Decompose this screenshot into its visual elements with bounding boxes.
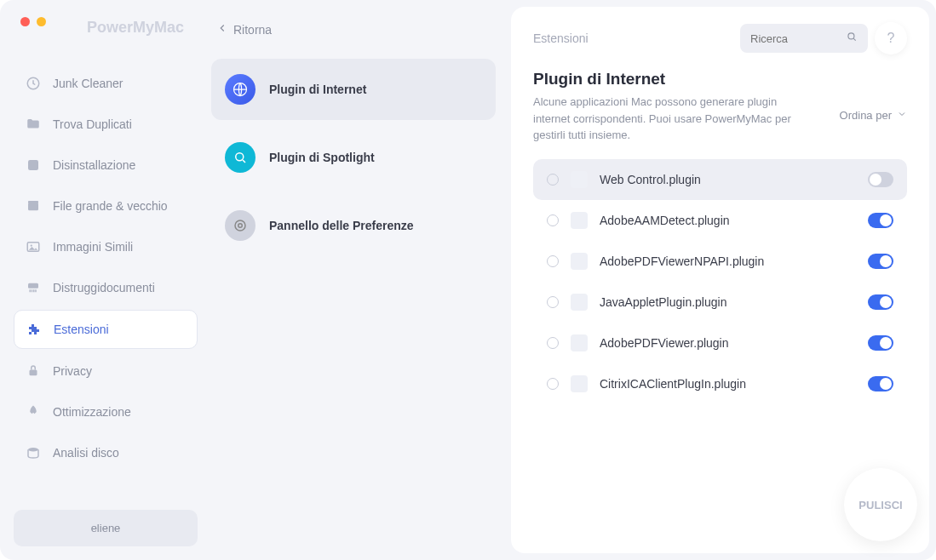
sidebar-item-privacy[interactable]: Privacy: [14, 352, 198, 390]
category-spotlight-plugins[interactable]: Plugin di Spotlight: [211, 127, 496, 188]
category-panel: Ritorna Plugin di Internet Plugin di Spo…: [211, 0, 511, 560]
shredder-icon: [26, 280, 41, 295]
enable-toggle[interactable]: [868, 172, 893, 187]
svg-point-12: [238, 224, 243, 228]
puzzle-icon: [26, 322, 42, 337]
search-icon: [846, 31, 858, 46]
sidebar-item-label: Disinstallazione: [53, 158, 135, 172]
plugin-list: Web Control.pluginAdobeAAMDetect.pluginA…: [533, 159, 907, 404]
enable-toggle[interactable]: [868, 213, 893, 228]
plugin-thumb-icon: [571, 212, 588, 229]
svg-rect-6: [28, 283, 38, 289]
plugin-row[interactable]: CitrixICAClientPlugIn.plugin: [533, 363, 907, 404]
sidebar-item-extensions[interactable]: Estensioni: [14, 310, 198, 349]
sidebar-item-disk-analysis[interactable]: Analisi disco: [14, 434, 198, 471]
category-label: Plugin di Spotlight: [269, 151, 375, 164]
sidebar-item-label: Privacy: [53, 364, 92, 378]
clean-label: PULISCI: [858, 499, 902, 511]
svg-point-11: [235, 220, 245, 231]
category-preference-panes[interactable]: Pannello delle Preferenze: [211, 195, 496, 256]
svg-rect-7: [30, 370, 37, 376]
image-icon: [26, 239, 41, 254]
title-row: Plugin di Internet Alcune applicazioni M…: [533, 70, 907, 144]
enable-toggle[interactable]: [868, 294, 893, 310]
svg-point-5: [31, 244, 32, 246]
plugin-row[interactable]: AdobePDFViewerNPAPI.plugin: [533, 241, 907, 282]
enable-toggle[interactable]: [868, 376, 893, 391]
sidebar-item-uninstall[interactable]: Disinstallazione: [14, 146, 198, 184]
minimize-window-icon[interactable]: [37, 17, 46, 26]
select-checkbox[interactable]: [547, 255, 559, 267]
plugin-name: AdobeAAMDetect.plugin: [600, 214, 856, 227]
lock-icon: [26, 363, 41, 379]
svg-rect-2: [28, 203, 38, 210]
select-checkbox[interactable]: [547, 296, 559, 308]
sidebar-nav: Junk Cleaner Trova Duplicati Disinstalla…: [14, 65, 198, 471]
sort-button[interactable]: Ordina per: [840, 109, 907, 122]
search-input[interactable]: [750, 32, 839, 45]
sidebar: Junk Cleaner Trova Duplicati Disinstalla…: [0, 0, 211, 560]
plugin-thumb-icon: [571, 253, 588, 270]
sidebar-item-label: Junk Cleaner: [53, 77, 123, 90]
plugin-name: AdobePDFViewerNPAPI.plugin: [600, 254, 856, 268]
svg-point-8: [28, 448, 38, 452]
plugin-name: AdobePDFViewer.plugin: [600, 336, 856, 350]
back-label: Ritorna: [233, 23, 272, 37]
sidebar-item-label: File grande & vecchio: [53, 199, 168, 213]
plugin-name: CitrixICAClientPlugIn.plugin: [600, 377, 856, 391]
rocket-icon: [26, 404, 41, 420]
page-title: Plugin di Internet: [533, 70, 806, 89]
page-description: Alcune applicazioni Mac possono generare…: [533, 94, 806, 144]
category-list: Plugin di Internet Plugin di Spotlight P…: [211, 59, 496, 256]
select-checkbox[interactable]: [547, 337, 559, 349]
app-window: PowerMyMac Junk Cleaner Trova Duplicati …: [0, 0, 936, 560]
main-header: Estensioni ?: [511, 7, 929, 54]
sidebar-item-similar-images[interactable]: Immagini Simili: [14, 228, 198, 266]
user-badge[interactable]: eliene: [14, 510, 198, 546]
plugin-thumb-icon: [571, 375, 588, 392]
plugin-row[interactable]: AdobePDFViewer.plugin: [533, 323, 907, 363]
globe-icon: [225, 74, 256, 105]
app-brand: PowerMyMac: [87, 19, 184, 37]
plugin-name: Web Control.plugin: [600, 173, 856, 186]
sidebar-item-duplicates[interactable]: Trova Duplicati: [14, 106, 198, 143]
sidebar-item-junk-cleaner[interactable]: Junk Cleaner: [14, 65, 198, 102]
sidebar-item-label: Distruggidocumenti: [53, 281, 155, 294]
sidebar-item-largefiles[interactable]: File grande & vecchio: [14, 187, 198, 225]
chevron-left-icon: [216, 22, 228, 37]
svg-rect-3: [28, 201, 38, 203]
select-checkbox[interactable]: [547, 174, 559, 186]
sidebar-item-shredder[interactable]: Distruggidocumenti: [14, 269, 198, 306]
svg-point-10: [236, 153, 244, 161]
folder-icon: [26, 117, 41, 132]
category-label: Plugin di Internet: [269, 83, 366, 96]
sidebar-item-label: Trova Duplicati: [53, 117, 132, 131]
plugin-row[interactable]: AdobeAAMDetect.plugin: [533, 200, 907, 241]
chevron-down-icon: [897, 109, 907, 122]
breadcrumb: Estensioni: [533, 31, 589, 45]
select-checkbox[interactable]: [547, 378, 559, 390]
app-icon: [26, 157, 41, 173]
category-internet-plugins[interactable]: Plugin di Internet: [211, 59, 496, 120]
plugin-row[interactable]: Web Control.plugin: [533, 159, 907, 200]
search-box[interactable]: [740, 24, 868, 53]
sort-label: Ordina per: [840, 109, 892, 122]
back-button[interactable]: Ritorna: [211, 9, 496, 50]
sidebar-item-optimization[interactable]: Ottimizzazione: [14, 393, 198, 431]
window-controls: [20, 17, 46, 26]
enable-toggle[interactable]: [868, 335, 893, 351]
sidebar-item-label: Immagini Simili: [53, 240, 133, 254]
clean-button[interactable]: PULISCI: [844, 468, 917, 541]
plugin-name: JavaAppletPlugin.plugin: [600, 295, 856, 309]
sidebar-item-label: Ottimizzazione: [53, 405, 131, 419]
plugin-thumb-icon: [571, 294, 588, 311]
help-button[interactable]: ?: [875, 22, 907, 54]
plugin-row[interactable]: JavaAppletPlugin.plugin: [533, 282, 907, 323]
plugin-thumb-icon: [571, 334, 588, 351]
select-checkbox[interactable]: [547, 214, 559, 226]
enable-toggle[interactable]: [868, 254, 893, 269]
svg-rect-1: [28, 160, 38, 170]
close-window-icon[interactable]: [20, 17, 30, 26]
user-name: eliene: [91, 522, 121, 534]
plugin-thumb-icon: [571, 171, 588, 188]
